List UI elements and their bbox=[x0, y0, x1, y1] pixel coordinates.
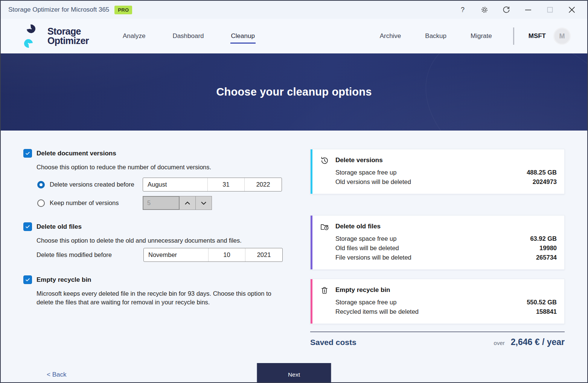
month-field[interactable]: November bbox=[144, 248, 209, 261]
delete-old-files-checkbox[interactable] bbox=[23, 222, 32, 231]
year-field[interactable]: 2021 bbox=[245, 248, 282, 261]
logo-text: Storage Optimizer bbox=[47, 27, 89, 46]
option-delete-versions: Delete document versions Choose this opt… bbox=[23, 149, 288, 210]
tab-migrate[interactable]: Migrate bbox=[470, 29, 493, 44]
next-button[interactable]: Next bbox=[257, 363, 331, 383]
summary-card-delete-versions: Delete versions Storage space free up 48… bbox=[310, 149, 565, 194]
folder-clock-icon bbox=[320, 222, 329, 233]
banner: Choose your cleanup options bbox=[1, 53, 587, 131]
option-description: Microsoft keeps every deleted file in th… bbox=[37, 289, 288, 307]
back-button[interactable]: < Back bbox=[47, 371, 66, 378]
nav-left: Analyze Dashboard Cleanup bbox=[122, 29, 256, 44]
option-label: Empty recycle bin bbox=[37, 276, 91, 284]
day-field[interactable]: 10 bbox=[209, 248, 245, 261]
footer: < Back Next bbox=[1, 363, 587, 383]
day-field[interactable]: 31 bbox=[208, 178, 245, 191]
delete-versions-checkbox[interactable] bbox=[23, 149, 32, 158]
card-title: Delete versions bbox=[335, 157, 557, 164]
modified-before-label: Delete files modified before bbox=[37, 251, 143, 258]
window-controls: ? bbox=[452, 2, 583, 18]
tab-dashboard[interactable]: Dashboard bbox=[172, 29, 204, 44]
tab-backup[interactable]: Backup bbox=[424, 29, 447, 44]
option-label: Delete old files bbox=[37, 223, 82, 231]
option-description: Choose this option to reduce the number … bbox=[37, 163, 288, 172]
saved-costs: Saved costs over 2,646 € / year bbox=[310, 331, 565, 347]
option-empty-recycle-bin: Empty recycle bin Microsoft keeps every … bbox=[23, 275, 288, 307]
card-title: Delete old files bbox=[335, 223, 557, 230]
tab-archive[interactable]: Archive bbox=[379, 29, 402, 44]
tenant-label: MSFT bbox=[529, 32, 546, 40]
settings-gear-icon[interactable] bbox=[474, 2, 495, 18]
option-label: Delete document versions bbox=[37, 150, 116, 157]
trash-icon bbox=[320, 286, 329, 296]
year-field[interactable]: 2022 bbox=[245, 178, 282, 191]
radio-label: Delete versions created before bbox=[50, 181, 143, 188]
card-row: Old versions will be deleted 2024973 bbox=[335, 177, 557, 187]
main-content: Delete document versions Choose this opt… bbox=[1, 131, 587, 347]
avatar[interactable]: M bbox=[553, 27, 571, 45]
close-icon[interactable] bbox=[561, 2, 583, 18]
card-title: Empty recycle bin bbox=[335, 286, 557, 294]
saved-costs-prefix: over bbox=[494, 340, 505, 346]
delete-before-radio[interactable] bbox=[37, 181, 45, 188]
logo-icon bbox=[23, 24, 42, 48]
card-row: Old files will be deleted 19980 bbox=[335, 243, 557, 253]
versions-date-picker: August 31 2022 bbox=[143, 178, 282, 192]
help-icon[interactable]: ? bbox=[452, 2, 474, 18]
saved-costs-label: Saved costs bbox=[310, 338, 356, 347]
card-row: Storage space free up 63.92 GB bbox=[335, 234, 557, 243]
titlebar: Storage Optimizer for Microsoft 365 PRO … bbox=[1, 1, 587, 19]
radio-label: Keep number of versions bbox=[50, 199, 143, 207]
nav-divider bbox=[513, 27, 514, 45]
app-logo: Storage Optimizer bbox=[23, 24, 89, 48]
header: Storage Optimizer Analyze Dashboard Clea… bbox=[1, 19, 587, 53]
option-description: Choose this option to delete the old and… bbox=[37, 236, 288, 245]
tab-analyze[interactable]: Analyze bbox=[122, 29, 146, 44]
summary-column: Delete versions Storage space free up 48… bbox=[310, 149, 565, 347]
versions-count-input[interactable]: 5 bbox=[143, 196, 180, 210]
tab-cleanup[interactable]: Cleanup bbox=[230, 29, 256, 44]
maximize-icon[interactable] bbox=[539, 2, 561, 18]
saved-costs-value: 2,646 € / year bbox=[511, 337, 565, 347]
card-row: Recycled items will be deleted 158841 bbox=[335, 307, 557, 316]
page-title: Choose your cleanup options bbox=[216, 86, 372, 98]
empty-recycle-bin-checkbox[interactable] bbox=[23, 275, 32, 284]
versions-count-stepper: 5 bbox=[143, 196, 212, 210]
summary-card-delete-old-files: Delete old files Storage space free up 6… bbox=[310, 215, 565, 270]
app-title: Storage Optimizer for Microsoft 365 bbox=[8, 6, 109, 14]
minimize-icon[interactable] bbox=[517, 2, 539, 18]
app-window: Storage Optimizer for Microsoft 365 PRO … bbox=[0, 0, 588, 383]
history-icon bbox=[320, 156, 329, 167]
refresh-icon[interactable] bbox=[495, 2, 517, 18]
stepper-down-icon[interactable] bbox=[196, 196, 212, 210]
card-row: Storage space free up 488.25 GB bbox=[335, 168, 557, 177]
keep-count-radio[interactable] bbox=[37, 199, 45, 207]
nav-right: Archive Backup Migrate bbox=[379, 29, 493, 44]
card-row: Storage space free up 550.52 GB bbox=[335, 298, 557, 307]
pro-badge: PRO bbox=[114, 6, 132, 14]
month-field[interactable]: August bbox=[143, 178, 208, 191]
stepper-up-icon[interactable] bbox=[180, 196, 196, 210]
old-files-date-picker: November 10 2021 bbox=[143, 248, 283, 262]
option-delete-old-files: Delete old files Choose this option to d… bbox=[23, 222, 288, 262]
card-row: File versions will be deleted 265734 bbox=[335, 253, 557, 262]
summary-card-empty-recycle-bin: Empty recycle bin Storage space free up … bbox=[310, 279, 565, 324]
options-column: Delete document versions Choose this opt… bbox=[23, 149, 288, 347]
